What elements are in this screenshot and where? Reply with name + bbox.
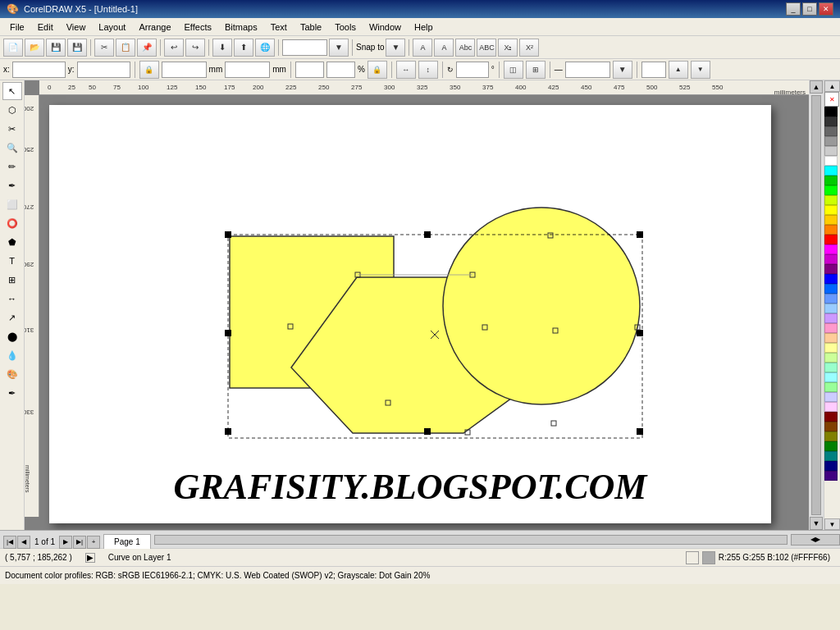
scale-x-input[interactable]: 100,0: [295, 62, 324, 78]
palette-down-btn[interactable]: ▼: [824, 518, 840, 530]
color-black[interactable]: [824, 107, 838, 116]
color-mint[interactable]: [824, 363, 838, 372]
outline-tool[interactable]: ✒: [2, 384, 22, 402]
menu-edit[interactable]: Edit: [31, 21, 60, 34]
tb-extra5[interactable]: X₂: [498, 39, 518, 57]
prev-page-btn[interactable]: ◀: [17, 536, 30, 549]
shape-tool[interactable]: ⬡: [2, 101, 22, 119]
snap-dropdown[interactable]: ▼: [386, 39, 405, 57]
lock-ratio-btn[interactable]: 🔒: [139, 61, 159, 79]
paste-button[interactable]: 📌: [137, 39, 157, 57]
color-thistle[interactable]: [824, 402, 838, 412]
last-page-btn[interactable]: ▶|: [73, 536, 86, 549]
minimize-button[interactable]: _: [786, 2, 801, 16]
zoom-input[interactable]: 100%: [282, 39, 327, 56]
next-page-btn[interactable]: ▶: [59, 536, 72, 549]
close-button[interactable]: ✕: [819, 2, 833, 16]
export-button[interactable]: ⬆: [234, 39, 253, 57]
color-purple[interactable]: [824, 264, 838, 274]
eyedrop-tool[interactable]: 💧: [2, 346, 22, 364]
color-palegreen[interactable]: [824, 382, 838, 392]
color-teal[interactable]: [824, 451, 838, 461]
publish-button[interactable]: 🌐: [255, 39, 275, 57]
color-yellow[interactable]: [824, 205, 838, 215]
select-tool[interactable]: ↖: [2, 82, 22, 100]
miter-down[interactable]: ▼: [691, 61, 710, 79]
color-indigo[interactable]: [824, 471, 838, 481]
freehand-tool[interactable]: ✏: [2, 158, 22, 176]
color-lightcyan[interactable]: [824, 372, 838, 382]
outline-indicator-btn[interactable]: [702, 551, 715, 564]
tb-extra2[interactable]: A: [434, 39, 454, 57]
new-button[interactable]: 📄: [3, 39, 23, 57]
color-gray[interactable]: [824, 126, 838, 136]
canvas-area[interactable]: 0 25 50 75 100 125 150 175 200 225 250 2…: [25, 80, 824, 530]
menu-bitmaps[interactable]: Bitmaps: [218, 21, 264, 34]
flip-h-btn[interactable]: ↔: [396, 61, 416, 79]
color-darkgreen[interactable]: [824, 441, 838, 451]
menu-window[interactable]: Window: [363, 21, 408, 34]
menu-text[interactable]: Text: [264, 21, 294, 34]
smartdraw-tool[interactable]: ✒: [2, 176, 22, 194]
table-tool[interactable]: ⊞: [2, 271, 22, 289]
connector-tool[interactable]: ↗: [2, 308, 22, 326]
color-blue[interactable]: [824, 274, 838, 284]
import-button[interactable]: ⬇: [212, 39, 232, 57]
copy-button[interactable]: 📋: [116, 39, 135, 57]
x-input[interactable]: 125,681 mm: [12, 62, 66, 78]
line-width-input[interactable]: 0,2 mm: [565, 62, 610, 78]
menu-table[interactable]: Table: [294, 21, 328, 34]
color-lightgreen[interactable]: [824, 353, 838, 363]
w-input[interactable]: 113,652 mm: [162, 62, 207, 78]
lock-scale-btn[interactable]: 🔒: [368, 61, 387, 79]
color-magenta[interactable]: [824, 244, 838, 254]
color-peach[interactable]: [824, 333, 838, 343]
line-dropdown[interactable]: ▼: [613, 61, 632, 79]
tb-extra1[interactable]: A: [413, 39, 432, 57]
color-periwinkle[interactable]: [824, 392, 838, 402]
menu-file[interactable]: File: [3, 21, 31, 34]
color-gold[interactable]: [824, 215, 838, 225]
first-page-btn[interactable]: |◀: [3, 536, 16, 549]
menu-arrange[interactable]: Arrange: [132, 21, 177, 34]
color-cyan[interactable]: [824, 166, 838, 176]
rotation-input[interactable]: 0,0: [456, 62, 489, 78]
zoom-dropdown[interactable]: ▼: [329, 39, 349, 57]
scroll-down-btn[interactable]: ▼: [810, 517, 823, 530]
color-brown[interactable]: [824, 422, 838, 431]
color-darkgray[interactable]: [824, 116, 838, 126]
color-olive[interactable]: [824, 431, 838, 441]
color-orange[interactable]: [824, 225, 838, 235]
zoom-tool[interactable]: 🔍: [2, 139, 22, 157]
open-button[interactable]: 📂: [25, 39, 44, 57]
color-lavender[interactable]: [824, 313, 838, 323]
palette-up-btn[interactable]: ▲: [824, 80, 840, 92]
color-red[interactable]: [824, 235, 838, 244]
status-arrow-btn[interactable]: ▶: [85, 553, 95, 563]
menu-tools[interactable]: Tools: [328, 21, 363, 34]
scroll-up-btn[interactable]: ▲: [810, 80, 823, 94]
blend-tool[interactable]: ⬤: [2, 327, 22, 345]
color-lightyellow[interactable]: [824, 343, 838, 353]
color-lightgray[interactable]: [824, 146, 838, 156]
redo-button[interactable]: ↪: [185, 39, 205, 57]
h-input[interactable]: 73,711 mm: [225, 62, 270, 78]
color-lime[interactable]: [824, 185, 838, 195]
menu-layout[interactable]: Layout: [92, 21, 132, 34]
flip-v-btn[interactable]: ↕: [418, 61, 438, 79]
crop-tool[interactable]: ✂: [2, 120, 22, 138]
color-purple-red[interactable]: [824, 254, 838, 264]
scale-y-input[interactable]: 100,0: [326, 62, 355, 78]
add-page-btn[interactable]: +: [87, 536, 100, 549]
page-tab-1[interactable]: Page 1: [103, 534, 151, 549]
ellipse-tool[interactable]: ⭕: [2, 214, 22, 232]
tb-extra4[interactable]: ABC: [477, 39, 496, 57]
color-blue2[interactable]: [824, 284, 838, 294]
undo-button[interactable]: ↩: [164, 39, 184, 57]
rect-tool[interactable]: ⬜: [2, 195, 22, 213]
color-lightblue[interactable]: [824, 294, 838, 304]
color-green[interactable]: [824, 176, 838, 185]
color-navy[interactable]: [824, 461, 838, 471]
menu-effects[interactable]: Effects: [178, 21, 218, 34]
no-fill-color[interactable]: ✕: [824, 92, 839, 107]
